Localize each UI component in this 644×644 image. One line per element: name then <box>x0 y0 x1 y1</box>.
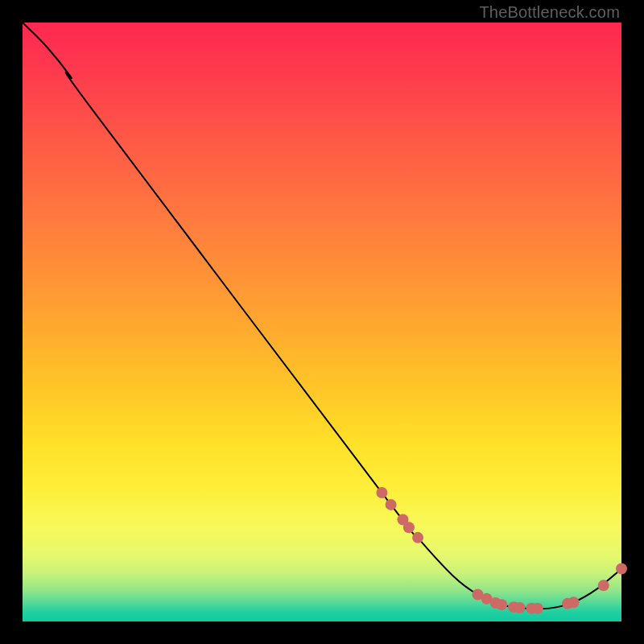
marker-dot <box>598 580 609 591</box>
marker-dot <box>514 602 526 613</box>
marker-dot <box>412 532 423 543</box>
marker-dot <box>568 597 579 608</box>
curve-line <box>23 23 621 609</box>
marker-dot <box>403 522 415 533</box>
marker-dot <box>532 603 543 614</box>
chart-svg <box>23 23 621 621</box>
plot-area <box>23 23 621 621</box>
marker-dot <box>386 499 397 510</box>
marker-group <box>376 487 627 614</box>
curve-path <box>23 23 621 609</box>
watermark-label: TheBottleneck.com <box>479 3 620 22</box>
marker-dot <box>616 564 627 575</box>
marker-dot <box>496 599 507 610</box>
marker-dot <box>376 487 387 498</box>
chart-frame: TheBottleneck.com <box>0 0 644 644</box>
